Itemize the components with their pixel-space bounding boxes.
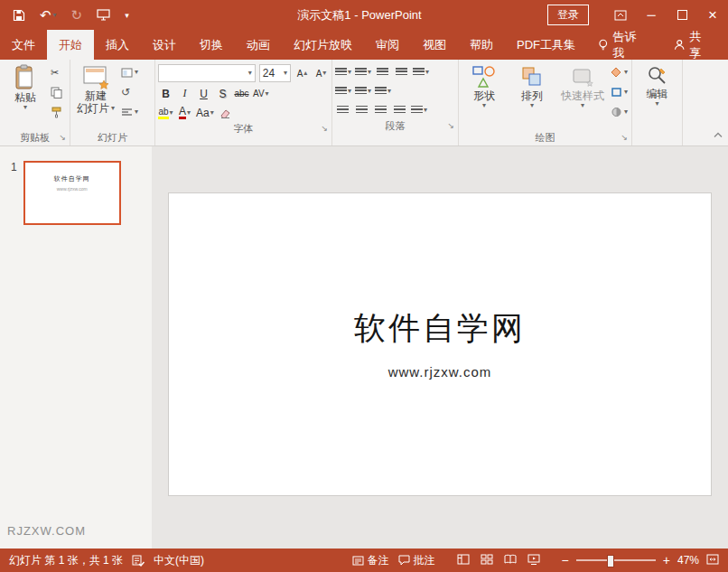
close-button[interactable]: × [697,0,728,30]
spellcheck-button[interactable] [132,555,145,567]
font-name-combo[interactable]: ▾ [158,64,256,82]
qat-customize-icon[interactable]: ▾ [125,12,129,19]
numbering-button[interactable]: ▾ [355,64,371,80]
new-slide-button[interactable]: 新建 幻灯片 ▾ [73,61,118,115]
powerpoint-window: ↶▾ ↻ ▾ 演示文稿1 - PowerPoint 登录 ─ × 文件 开始 插… [0,0,728,572]
align-text-icon [355,87,367,96]
increase-font-size-button[interactable]: A▴ [294,66,310,81]
increase-indent-button[interactable] [394,64,409,80]
tab-file[interactable]: 文件 [0,30,47,60]
slideshow-view-button[interactable] [527,554,540,567]
clipboard-dialog-launcher-icon[interactable]: ↘ [59,134,66,142]
quick-styles-button[interactable]: 快速样式 ▾ [557,61,608,109]
shape-fill-icon [611,67,622,78]
start-slideshow-icon[interactable] [97,9,110,21]
comments-button[interactable]: 批注 [398,553,435,568]
tab-home[interactable]: 开始 [47,30,94,60]
slide-sorter-icon [481,554,493,565]
slide-indicator[interactable]: 幻灯片 第 1 张，共 1 张 [9,553,123,568]
quick-styles-icon [570,64,595,89]
minimize-button[interactable]: ─ [636,0,667,30]
ribbon-display-options-icon[interactable] [605,0,636,30]
save-icon[interactable] [13,9,25,22]
undo-icon[interactable]: ↶▾ [40,7,57,23]
italic-button[interactable]: I [177,86,192,101]
editing-button[interactable]: 编辑 ▾ [635,61,679,108]
justify-button[interactable] [392,102,407,117]
arrange-button[interactable]: 排列 ▾ [509,61,555,109]
notes-button[interactable]: 备注 [352,553,389,568]
zoom-in-button[interactable]: + [663,554,670,567]
bullets-button[interactable]: ▾ [335,64,351,80]
shape-effects-button[interactable]: ▾ [611,105,628,119]
slide-title-text[interactable]: 软件自学网 [169,307,711,350]
font-color-button[interactable]: A▾ [177,105,192,120]
format-painter-button[interactable] [51,105,62,119]
font-size-combo[interactable]: 24 ▾ [259,64,291,82]
align-left-button[interactable] [335,102,350,117]
reading-view-button[interactable] [504,554,517,567]
align-right-button[interactable] [373,102,388,117]
paragraph-dialog-launcher-icon[interactable]: ↘ [447,122,454,130]
slide-canvas[interactable]: 软件自学网 www.rjzxw.com [169,193,711,495]
collapse-ribbon-button[interactable] [714,126,723,142]
character-spacing-button[interactable]: AV▾ [253,86,269,101]
underline-button[interactable]: U [196,86,211,101]
dropdown-arrow-icon: ▾ [348,88,351,95]
fit-to-window-button[interactable] [706,554,719,567]
share-button[interactable]: 共享 [658,30,728,60]
change-case-button[interactable]: Aa▾ [196,105,214,120]
font-dialog-launcher-icon[interactable]: ↘ [321,125,328,133]
redo-icon[interactable]: ↻ [71,7,83,23]
layout-button[interactable]: ▾ [121,65,138,80]
align-center-icon [356,106,368,115]
slide-sorter-view-button[interactable] [481,554,493,567]
clear-formatting-button[interactable] [218,105,233,120]
notes-label: 备注 [368,553,389,568]
smartart-convert-button[interactable]: ▾ [375,83,391,98]
normal-view-button[interactable] [457,554,470,567]
tell-me-button[interactable]: 告诉我 [587,30,658,60]
text-shadow-button[interactable]: S [215,86,230,101]
signin-button[interactable]: 登录 [547,5,589,25]
tab-transitions[interactable]: 切换 [188,30,235,60]
cut-button[interactable]: ✂ [51,65,62,80]
tab-pdf-tools[interactable]: PDF工具集 [505,30,587,60]
strikethrough-button[interactable]: abc [234,86,249,101]
section-icon [121,108,133,117]
tab-view[interactable]: 视图 [411,30,458,60]
tab-review[interactable]: 审阅 [364,30,411,60]
drawing-dialog-launcher-icon[interactable]: ↘ [621,134,628,142]
zoom-slider-thumb[interactable] [607,555,614,567]
maximize-button[interactable] [667,0,697,30]
line-spacing-button[interactable]: ▾ [413,64,429,80]
slide-subtitle-text[interactable]: www.rjzxw.com [169,364,711,380]
tab-animations[interactable]: 动画 [235,30,282,60]
slide-thumbnail[interactable]: 软件自学网 www.rjzxw.com [23,161,121,225]
zoom-level[interactable]: 47% [677,554,699,567]
section-button[interactable]: ▾ [121,105,138,119]
text-highlight-button[interactable]: ab▾ [158,105,173,120]
reset-button[interactable]: ↺ [121,85,138,99]
shape-outline-button[interactable]: ▾ [611,85,628,99]
tab-insert[interactable]: 插入 [94,30,141,60]
decrease-font-size-button[interactable]: A▾ [313,66,329,81]
tab-slideshow[interactable]: 幻灯片放映 [282,30,364,60]
language-indicator[interactable]: 中文(中国) [154,553,204,568]
align-center-button[interactable] [354,102,369,117]
shapes-button[interactable]: 形状 ▾ [462,61,507,109]
paste-button[interactable]: 粘贴 ▾ [3,61,48,111]
decrease-indent-button[interactable] [375,64,390,80]
tab-design[interactable]: 设计 [141,30,188,60]
columns-button[interactable]: ▾ [411,102,427,117]
group-paragraph: ▾ ▾ ▾ ▾ ▾ ▾ ▾ 段落 [332,60,459,145]
align-text-button[interactable]: ▾ [355,83,371,98]
zoom-out-button[interactable]: − [562,554,569,567]
bold-button[interactable]: B [158,86,173,101]
zoom-slider[interactable] [576,559,656,561]
shape-fill-button[interactable]: ▾ [611,65,628,80]
format-painter-icon [51,107,62,118]
tab-help[interactable]: 帮助 [458,30,505,60]
copy-button[interactable] [51,85,62,99]
text-direction-button[interactable]: ▾ [335,83,351,98]
